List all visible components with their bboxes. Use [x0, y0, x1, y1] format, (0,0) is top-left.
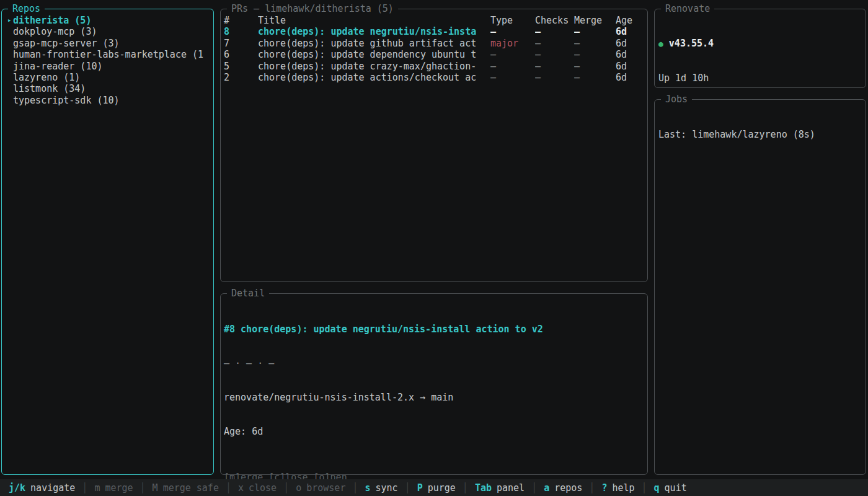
pr-title: chore(deps): update crazy-max/ghaction-	[258, 61, 490, 72]
column-header-title: Title	[258, 15, 490, 26]
shortcut-label: repos	[554, 482, 582, 494]
shortcut-key: x	[238, 482, 244, 494]
repo-list-item[interactable]: ▸ gsap-mcp-server (3)	[2, 38, 213, 49]
status-bar-item[interactable]: mmerge	[94, 482, 133, 494]
pr-age: 6d	[616, 26, 644, 37]
shortcut-key: q	[654, 482, 660, 494]
status-bar-item[interactable]: obrowser	[296, 482, 345, 494]
repo-list-item[interactable]: ▸ typescript-sdk (10)	[2, 95, 213, 106]
repo-list-item[interactable]: ▸ lazyreno (1)	[2, 72, 213, 83]
pr-age: 6d	[616, 72, 644, 83]
pr-title: chore(deps): update github artifact act	[258, 38, 490, 49]
detail-branch-line: renovate/negrutiu-nsis-install-2.x → mai…	[224, 392, 647, 403]
repo-list-item[interactable]: ▸ human-frontier-labs-marketplace (1	[2, 49, 213, 60]
pr-type: –	[490, 61, 535, 72]
pr-age: 6d	[616, 38, 644, 49]
shortcut-label: quit	[665, 482, 687, 494]
status-bar-separator: │	[589, 482, 595, 494]
repo-list-item[interactable]: ▸ dokploy-mcp (3)	[2, 26, 213, 37]
status-bar-item[interactable]: Ppurge	[417, 482, 456, 494]
status-bar-item[interactable]: Mmerge safe	[153, 482, 219, 494]
shortcut-label: purge	[428, 482, 456, 494]
repo-label: human-frontier-labs-marketplace (1	[13, 49, 203, 60]
pr-number: 6	[221, 49, 258, 60]
pr-row[interactable]: 6 chore(deps): update dependency ubuntu …	[221, 49, 647, 60]
pr-row[interactable]: 7 chore(deps): update github artifact ac…	[221, 38, 647, 49]
jobs-panel: Jobs Last: limehawk/lazyreno (8s)	[654, 99, 866, 475]
detail-panel-title: Detail	[227, 287, 269, 299]
renovate-panel: Renovate ●v43.55.4 Up 1d 10h Queue: 0 · …	[654, 9, 866, 88]
prs-panel: PRs — limehawk/ditherista (5) # Title Ty…	[220, 9, 648, 282]
shortcut-label: sync	[376, 482, 398, 494]
status-bar-item[interactable]: xclose	[238, 482, 277, 494]
column-header-checks: Checks	[535, 15, 574, 26]
jobs-panel-title: Jobs	[661, 93, 692, 105]
status-bar-item[interactable]: arepos	[544, 482, 582, 494]
shortcut-label: merge safe	[163, 482, 219, 494]
pr-checks: –	[535, 38, 574, 49]
pr-row-list: 8 chore(deps): update negrutiu/nsis-inst…	[221, 26, 647, 83]
selected-arrow-icon: ▸	[2, 15, 13, 26]
online-status-dot-icon: ●	[658, 39, 663, 48]
status-bar-item[interactable]: ssync	[365, 482, 397, 494]
last-job-line: Last: limehawk/lazyreno (8s)	[658, 129, 866, 140]
repo-label: ditherista (5)	[13, 15, 91, 26]
repo-label: listmonk (34)	[13, 83, 86, 94]
detail-body: #8 chore(deps): update negrutiu/nsis-ins…	[221, 294, 647, 496]
pr-type: major	[490, 38, 535, 49]
repo-label: gsap-mcp-server (3)	[13, 38, 120, 49]
pr-checks: –	[535, 61, 574, 72]
shortcut-label: panel	[497, 482, 525, 494]
pr-table: # Title Type Checks Merge Age 8 chore(de…	[221, 9, 647, 83]
repo-list: ▸ ditherista (5) ▸ dokploy-mcp (3) ▸ gsa…	[2, 9, 213, 106]
status-bar-separator: │	[226, 482, 231, 494]
pr-row[interactable]: 2 chore(deps): update actions/checkout a…	[221, 72, 647, 83]
repo-label: dokploy-mcp (3)	[13, 26, 97, 37]
column-header-type: Type	[490, 15, 535, 26]
shortcut-label: close	[249, 482, 277, 494]
pr-merge: –	[574, 72, 616, 83]
renovate-uptime: Up 1d 10h	[658, 73, 866, 84]
pr-type: –	[490, 26, 535, 37]
pr-checks: –	[535, 72, 574, 83]
repo-label: lazyreno (1)	[13, 72, 80, 83]
shortcut-key: m	[94, 482, 100, 494]
shortcut-label: navigate	[30, 482, 75, 494]
shortcut-key: M	[153, 482, 158, 494]
column-header-age: Age	[616, 15, 644, 26]
shortcut-key: ?	[601, 482, 607, 494]
status-bar-separator: │	[283, 482, 289, 494]
status-bar-separator: │	[352, 482, 358, 494]
status-bar-separator: │	[531, 482, 537, 494]
pr-age: 6d	[616, 61, 644, 72]
pr-type: –	[490, 49, 535, 60]
status-bar: j/knavigate│ mmerge│ Mmerge safe│ xclose…	[0, 479, 868, 496]
status-bar-separator: │	[405, 482, 410, 494]
shortcut-key: Tab	[475, 482, 492, 494]
status-bar-item[interactable]: qquit	[654, 482, 687, 494]
pr-merge: –	[574, 61, 616, 72]
shortcut-key: j/k	[9, 482, 25, 494]
shortcut-key: a	[544, 482, 549, 494]
detail-meta-line: — · — · —	[224, 358, 647, 369]
pr-row[interactable]: 5 chore(deps): update crazy-max/ghaction…	[221, 61, 647, 72]
pr-title: chore(deps): update dependency ubuntu t	[258, 49, 490, 60]
status-bar-separator: │	[82, 482, 87, 494]
repo-list-item[interactable]: ▸ listmonk (34)	[2, 83, 213, 94]
repo-list-item[interactable]: ▸ jina-reader (10)	[2, 61, 213, 72]
pr-table-header: # Title Type Checks Merge Age	[221, 15, 647, 26]
repo-list-item[interactable]: ▸ ditherista (5)	[2, 15, 213, 26]
pr-row[interactable]: 8 chore(deps): update negrutiu/nsis-inst…	[221, 26, 647, 37]
detail-age-line: Age: 6d	[224, 426, 647, 437]
repos-panel-title: Repos	[8, 2, 45, 15]
status-bar-item[interactable]: j/knavigate	[9, 482, 75, 494]
pr-title: chore(deps): update negrutiu/nsis-insta	[258, 26, 490, 37]
status-bar-item[interactable]: ?help	[601, 482, 634, 494]
pr-checks: –	[535, 49, 574, 60]
shortcut-key: P	[417, 482, 423, 494]
status-bar-item[interactable]: Tabpanel	[475, 482, 525, 494]
detail-pr-title: #8 chore(deps): update negrutiu/nsis-ins…	[224, 324, 647, 335]
pr-number: 8	[221, 26, 258, 37]
pr-type: –	[490, 72, 535, 83]
shortcut-label: merge	[105, 482, 133, 494]
